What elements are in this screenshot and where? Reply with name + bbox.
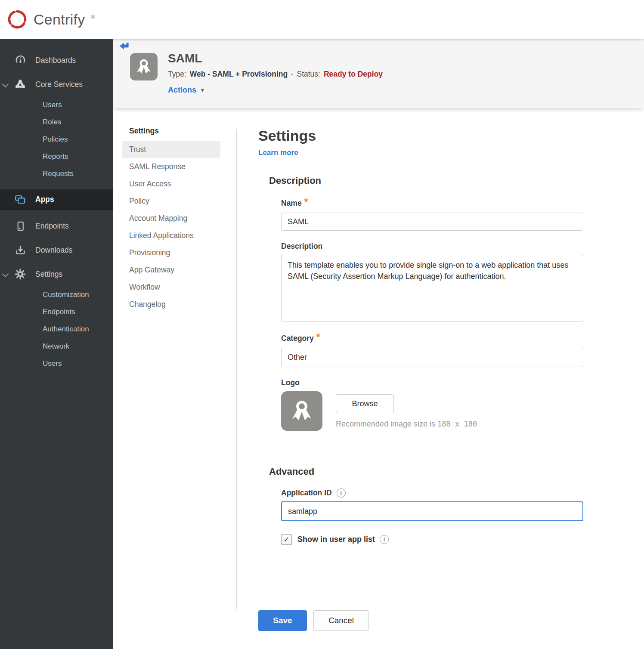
sidebar-item-users[interactable]: Users	[0, 96, 113, 114]
sidebar-item-authentication[interactable]: Authentication	[0, 321, 113, 338]
ribbon-icon	[289, 399, 314, 423]
application-id-input[interactable]	[281, 501, 583, 521]
logo-label: Logo	[281, 378, 590, 387]
logo-preview	[281, 391, 322, 431]
logo-controls: Browse Recommended image size is 180 x 1…	[336, 391, 477, 431]
subnav-item-workflow[interactable]: Workflow	[122, 278, 220, 296]
nodes-icon	[14, 78, 26, 90]
learn-more-link[interactable]: Learn more	[258, 148, 298, 157]
brand-logo: Centrify ®	[6, 8, 95, 31]
sidebar-item-settings[interactable]: Settings	[0, 262, 113, 286]
vertical-divider	[236, 129, 237, 609]
top-bar: Centrify ®	[0, 0, 644, 39]
sidebar-subitem-label: Requests	[43, 170, 74, 178]
back-arrow-icon	[118, 41, 130, 51]
name-label-text: Name	[281, 199, 302, 208]
sidebar-item-label: Dashboards	[35, 56, 76, 65]
app-logo-icon	[130, 53, 158, 80]
advanced-section-heading: Advanced	[269, 466, 590, 477]
info-icon[interactable]: i	[380, 535, 389, 544]
app-meta-line: Type: Web - SAML + Provisioning • Status…	[168, 70, 383, 79]
sidebar-item-label: Endpoints	[35, 222, 69, 231]
status-label: Status:	[297, 70, 320, 79]
cancel-button[interactable]: Cancel	[313, 610, 369, 631]
sidebar-item-requests[interactable]: Requests	[0, 165, 113, 182]
application-id-label-text: Application ID	[281, 488, 332, 498]
subnav-item-account-mapping[interactable]: Account Mapping	[122, 210, 220, 227]
category-input[interactable]	[281, 348, 583, 367]
name-label: Name *	[281, 198, 590, 209]
subnav-header: Settings	[129, 127, 236, 136]
application-id-label: Application ID i	[281, 488, 590, 498]
subnav-item-saml-response[interactable]: SAML Response	[122, 158, 220, 175]
logo-label-text: Logo	[281, 378, 300, 387]
subnav-item-app-gateway[interactable]: App Gateway	[122, 261, 220, 278]
show-in-user-app-list-checkbox[interactable]: ✓	[281, 534, 292, 545]
subnav: Settings Trust SAML Response User Access…	[113, 108, 236, 313]
sidebar-item-apps[interactable]: Apps	[0, 189, 113, 210]
sidebar-item-roles[interactable]: Roles	[0, 114, 113, 131]
separator-dot: •	[291, 71, 293, 78]
sidebar-item-endpoints[interactable]: Endpoints	[0, 214, 113, 238]
ribbon-icon	[135, 58, 153, 76]
page-title: Settings	[258, 127, 590, 144]
recommended-size-text: Recommended image size is 180 x 180	[336, 420, 477, 429]
gear-icon	[14, 268, 26, 280]
brand-name: Centrify	[34, 11, 85, 28]
recommended-size: 180 x 180	[437, 420, 477, 428]
download-icon	[14, 244, 26, 256]
subnav-item-policy[interactable]: Policy	[122, 192, 220, 210]
back-button[interactable]	[118, 41, 130, 51]
sidebar-item-settings-users[interactable]: Users	[0, 355, 113, 372]
sidebar-item-policies[interactable]: Policies	[0, 131, 113, 148]
type-value: Web - SAML + Provisioning	[190, 70, 288, 79]
sidebar-item-label: Downloads	[35, 246, 73, 255]
checkbox-label-text: Show in user app list	[297, 535, 375, 544]
logo-row: Browse Recommended image size is 180 x 1…	[281, 391, 590, 431]
sidebar-item-network[interactable]: Network	[0, 338, 113, 355]
sidebar-subitem-label: Policies	[43, 135, 68, 144]
show-in-user-app-list-label: Show in user app list i	[297, 535, 389, 544]
sidebar-item-core-services[interactable]: Core Services	[0, 72, 113, 96]
subnav-item-trust[interactable]: Trust	[122, 141, 220, 158]
actions-label: Actions	[168, 86, 196, 95]
description-section-heading: Description	[269, 175, 590, 186]
actions-button[interactable]: Actions ▼	[168, 86, 205, 95]
browse-button[interactable]: Browse	[336, 394, 394, 413]
gauge-icon	[14, 54, 26, 66]
subnav-item-provisioning[interactable]: Provisioning	[122, 244, 220, 261]
sidebar-item-customization[interactable]: Customization	[0, 286, 113, 303]
sidebar-item-dashboards[interactable]: Dashboards	[0, 48, 113, 72]
app-header: SAML Type: Web - SAML + Provisioning • S…	[113, 39, 644, 108]
save-button[interactable]: Save	[258, 610, 307, 631]
sidebar-item-label: Core Services	[35, 80, 83, 89]
sidebar-item-label: Settings	[35, 270, 62, 279]
required-asterisk: *	[316, 331, 320, 343]
sidebar-item-reports[interactable]: Reports	[0, 148, 113, 165]
content-area: SAML Type: Web - SAML + Provisioning • S…	[113, 39, 644, 649]
sidebar-subitem-label: Network	[43, 342, 69, 351]
subnav-item-linked-applications[interactable]: Linked Applications	[122, 227, 220, 244]
mobile-device-icon	[14, 220, 26, 232]
subnav-item-user-access[interactable]: User Access	[122, 175, 220, 192]
form-footer: Save Cancel	[258, 610, 590, 631]
category-label: Category *	[281, 333, 590, 344]
description-label-text: Description	[281, 242, 322, 251]
settings-form: Settings Learn more Description Name * D…	[258, 108, 590, 631]
sidebar-subitem-label: Users	[43, 101, 62, 109]
sidebar-item-downloads[interactable]: Downloads	[0, 238, 113, 262]
sidebar-item-label: Apps	[35, 195, 54, 204]
info-icon[interactable]: i	[337, 488, 346, 498]
sidebar-item-settings-endpoints[interactable]: Endpoints	[0, 303, 113, 321]
show-in-user-app-list-row: ✓ Show in user app list i	[281, 534, 590, 545]
subnav-item-changelog[interactable]: Changelog	[122, 296, 220, 313]
status-value: Ready to Deploy	[324, 70, 383, 79]
app-title: SAML	[168, 52, 202, 65]
sidebar-subitem-label: Users	[43, 359, 62, 368]
caret-down-icon: ▼	[200, 87, 205, 93]
name-input[interactable]	[281, 213, 583, 231]
category-label-text: Category	[281, 334, 314, 343]
centrify-swirl-icon	[6, 8, 28, 31]
chevron-down-icon	[2, 81, 9, 88]
description-textarea[interactable]	[281, 255, 583, 321]
